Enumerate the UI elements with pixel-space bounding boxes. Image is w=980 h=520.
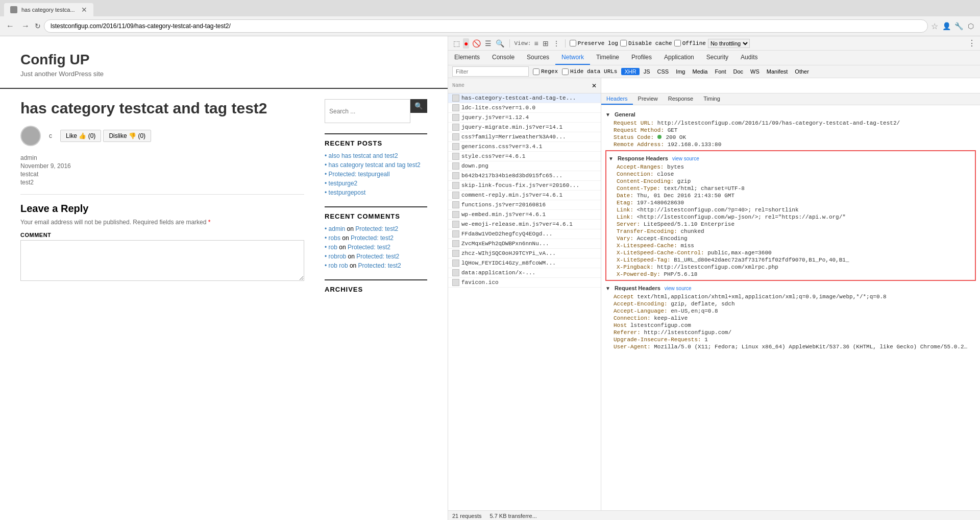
list-item[interactable]: robs on Protected: test2 — [325, 234, 427, 242]
network-row[interactable]: wp-embed.min.js?ver=4.6.1 — [448, 210, 601, 220]
list-item[interactable]: rob rob on Protected: test2 — [325, 262, 427, 269]
search-input[interactable] — [325, 99, 410, 123]
filter-type-doc[interactable]: Doc — [730, 68, 746, 75]
forward-button[interactable]: → — [19, 20, 32, 32]
filter-type-manifest[interactable]: Manifest — [764, 68, 791, 75]
list-item[interactable]: also has testcat and test2 — [325, 152, 427, 159]
list-item[interactable]: has category testcat and tag test2 — [325, 161, 427, 169]
list-item[interactable]: rob on Protected: test2 — [325, 244, 427, 251]
tab-close-button[interactable]: ✕ — [81, 6, 87, 13]
network-row[interactable]: b642b4217b34b1e8d3bd915fc65... — [448, 171, 601, 181]
close-details-button[interactable]: ✕ — [592, 82, 597, 89]
tab-sources[interactable]: Sources — [521, 51, 555, 65]
network-row[interactable]: data:application/x-... — [448, 268, 601, 278]
browser-tab[interactable]: has category testca... ✕ — [4, 3, 93, 16]
network-row[interactable]: jquery-migrate.min.js?ver=14.1 — [448, 123, 601, 132]
devtools-inspect-button[interactable]: ⬚ — [452, 38, 461, 49]
req-header-host: Host lstestconfigup.com — [605, 322, 976, 329]
hide-data-urls-checkbox[interactable]: Hide data URLs — [562, 68, 617, 75]
filter-type-css[interactable]: CSS — [654, 68, 672, 75]
network-row[interactable]: we-emoji-release.min.js?ver=4.6.1 — [448, 220, 601, 229]
network-filter-input[interactable] — [452, 66, 529, 77]
detail-tab-timing[interactable]: Timing — [698, 93, 725, 105]
detail-tab-preview[interactable]: Preview — [633, 93, 663, 105]
devtools-more-button[interactable]: ⋮ — [968, 38, 976, 48]
resp-header-date: Date: Thu, 01 Dec 2016 21:43:50 GMT — [608, 192, 973, 199]
network-row[interactable]: down.png — [448, 161, 601, 171]
like-button[interactable]: Like 👍 (0) — [60, 130, 101, 142]
filter-type-ws[interactable]: WS — [747, 68, 763, 75]
list-item[interactable]: admin on Protected: test2 — [325, 225, 427, 232]
reload-button[interactable]: ↻ — [35, 22, 41, 30]
devtools-search-button[interactable]: 🔍 — [495, 38, 505, 49]
tab-network[interactable]: Network — [555, 51, 590, 65]
recent-comments-title: RECENT COMMENTS — [325, 206, 427, 220]
view-list-button[interactable]: ≡ — [533, 38, 539, 49]
back-button[interactable]: ← — [4, 20, 16, 32]
network-row[interactable]: functions.js?ver=20160816 — [448, 200, 601, 210]
offline-checkbox[interactable]: Offline — [674, 40, 706, 46]
filter-type-img[interactable]: Img — [673, 68, 688, 75]
extension-icon-1[interactable]: 👤 — [941, 21, 951, 31]
tab-audits[interactable]: Audits — [734, 51, 764, 65]
view-more-button[interactable]: ⋮ — [552, 38, 561, 49]
filter-type-media[interactable]: Media — [689, 68, 710, 75]
network-row[interactable]: FFda8w1VOeD2hegfcyQ4EOgd... — [448, 229, 601, 239]
preserve-log-checkbox[interactable]: Preserve log — [570, 40, 618, 46]
view-source-link[interactable]: view source — [672, 156, 699, 161]
network-row[interactable]: skip-link-focus-fix.js?ver=20160... — [448, 181, 601, 191]
tab-security[interactable]: Security — [700, 51, 734, 65]
view-source-link-req[interactable]: view source — [665, 286, 692, 291]
tab-console[interactable]: Console — [486, 51, 521, 65]
address-bar[interactable] — [44, 19, 928, 33]
tab-elements[interactable]: Elements — [448, 51, 486, 65]
disable-cache-checkbox[interactable]: Disable cache — [620, 40, 672, 46]
regex-checkbox[interactable]: Regex — [533, 68, 558, 75]
network-row[interactable]: zhcz-WIhjSQC0oHJ9TCYPi_vA... — [448, 249, 601, 258]
filter-type-other[interactable]: Other — [792, 68, 812, 75]
tab-timeline[interactable]: Timeline — [590, 51, 625, 65]
triangle-icon: ▼ — [605, 286, 610, 291]
list-item[interactable]: testpurgepost — [325, 189, 427, 196]
network-row[interactable]: comment-reply.min.js?ver=4.6.1 — [448, 191, 601, 200]
extension-icon-3[interactable]: ⬡ — [966, 21, 976, 31]
bookmark-button[interactable]: ☆ — [931, 21, 938, 31]
tab-title: has category testca... — [21, 7, 75, 13]
network-row[interactable]: genericons.css?ver=3.4.1 — [448, 142, 601, 152]
dislike-button[interactable]: Dislike 👎 (0) — [103, 130, 151, 142]
network-row[interactable]: css?family=Merriweather%3A40... — [448, 132, 601, 142]
network-row[interactable]: has-category-testcat-and-tag-te... — [448, 93, 601, 103]
req-header-user-agent: User-Agent: Mozilla/5.0 (X11; Fedora; Li… — [605, 343, 976, 350]
search-button[interactable]: 🔍 — [410, 99, 427, 113]
throttling-select[interactable]: No throttling — [708, 39, 750, 48]
response-headers-section-header[interactable]: ▼ Response Headers view source — [608, 153, 973, 163]
network-row[interactable]: style.css?ver=4.6.1 — [448, 152, 601, 161]
network-row[interactable]: ldc-lite.css?ver=1.0.0 — [448, 103, 601, 113]
filter-type-xhr[interactable]: XHR — [621, 68, 639, 75]
tab-application[interactable]: Application — [658, 51, 700, 65]
filter-type-js[interactable]: JS — [641, 68, 653, 75]
filter-type-font[interactable]: Font — [712, 68, 729, 75]
network-row[interactable]: jquery.js?ver=1.12.4 — [448, 113, 601, 123]
devtools-clear-button[interactable]: 🚫 — [471, 38, 482, 49]
request-headers-section-header[interactable]: ▼ Request Headers view source — [605, 283, 976, 293]
dislike-icon: 👎 — [129, 132, 136, 139]
comment-textarea[interactable] — [20, 240, 304, 281]
tab-profiles[interactable]: Profiles — [625, 51, 658, 65]
devtools-record-button[interactable]: ● — [463, 38, 469, 49]
post-author: admin — [20, 154, 304, 161]
post-tag: test2 — [20, 179, 304, 186]
general-section-header[interactable]: ▼ General — [605, 109, 976, 120]
request-count: 21 requests — [452, 513, 481, 519]
network-row[interactable]: lQHow_FEYIDCi4Gzy_m8fcoWM... — [448, 258, 601, 268]
list-item[interactable]: testpurge2 — [325, 180, 427, 187]
list-item[interactable]: Protected: testpurgeall — [325, 171, 427, 178]
extension-icon-2[interactable]: 🔧 — [953, 21, 964, 31]
detail-tab-response[interactable]: Response — [663, 93, 699, 105]
devtools-filter-button[interactable]: ☰ — [484, 38, 493, 49]
view-grid-button[interactable]: ⊞ — [542, 38, 550, 49]
network-row[interactable]: favicon.ico — [448, 278, 601, 288]
network-row[interactable]: ZvcMqxEwPh2qDWBPxn6nnNu... — [448, 239, 601, 249]
detail-tab-headers[interactable]: Headers — [601, 93, 633, 105]
list-item[interactable]: robrob on Protected: test2 — [325, 253, 427, 260]
